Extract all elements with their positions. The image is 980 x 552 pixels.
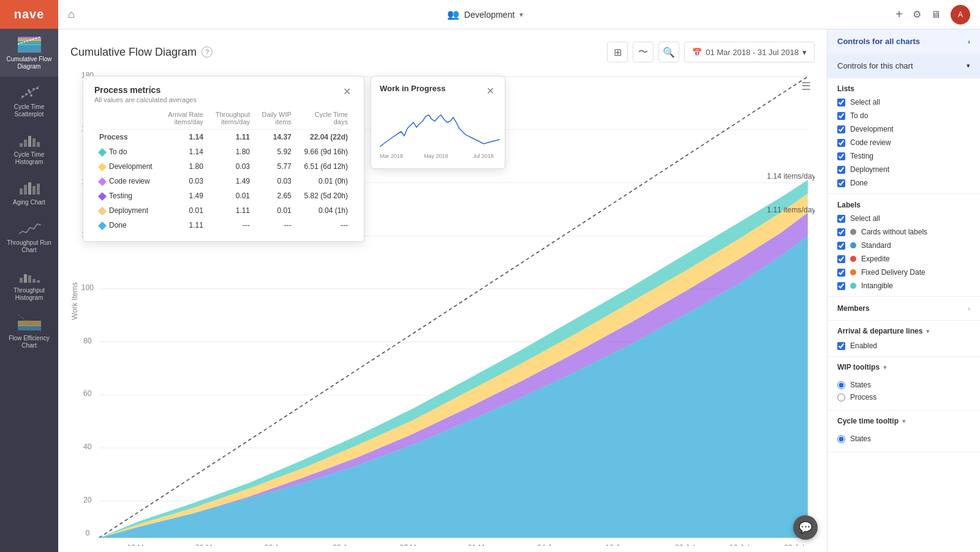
lists-select-all[interactable]: Select all xyxy=(827,95,980,109)
svg-line-12 xyxy=(20,86,40,99)
labels-select-all[interactable]: Select all xyxy=(827,212,980,225)
lists-deployment-label: Deployment xyxy=(850,165,889,174)
labels-item-intangible[interactable]: Intangible xyxy=(827,279,980,296)
wip-mini-chart: Mar 2018 May 2018 Jul 2018 xyxy=(380,98,500,159)
arrival-enabled-checkbox[interactable] xyxy=(837,342,845,350)
labels-item-standard[interactable]: Standard xyxy=(827,239,980,252)
labels-select-all-checkbox[interactable] xyxy=(837,215,845,223)
row-wip: 2.65 xyxy=(255,188,296,203)
svg-rect-21 xyxy=(32,186,36,195)
lists-testing-checkbox[interactable] xyxy=(837,152,845,160)
labels-intangible-checkbox[interactable] xyxy=(837,282,845,290)
row-throughput: 1.80 xyxy=(208,144,255,159)
table-row: Code review 0.03 1.49 0.03 0.01 (0h) xyxy=(94,174,353,188)
labels-no-labels-checkbox[interactable] xyxy=(837,228,845,236)
sidebar-label-cfd: Cumulative Flow Diagram xyxy=(3,56,55,70)
team-icon: 👥 xyxy=(447,9,459,20)
lists-cr-checkbox[interactable] xyxy=(837,139,845,147)
row-wip: 5.92 xyxy=(255,144,296,159)
chart-title-text: Cumulative Flow Diagram xyxy=(70,46,197,59)
arrival-enabled[interactable]: Enabled xyxy=(827,339,980,356)
lists-item-development[interactable]: Development xyxy=(827,122,980,136)
lists-item-deployment[interactable]: Deployment xyxy=(827,163,980,176)
home-icon[interactable]: ⌂ xyxy=(68,8,75,21)
metrics-popup-close[interactable]: ✕ xyxy=(341,85,353,97)
labels-item-fixed-delivery[interactable]: Fixed Delivery Date xyxy=(827,266,980,279)
topbar-right: + ⚙ 🖥 A xyxy=(895,5,970,24)
row-throughput: 0.03 xyxy=(208,159,255,174)
metrics-table: Arrival Rateitems/day Throughputitems/da… xyxy=(94,110,353,233)
app-logo[interactable]: nave xyxy=(0,0,58,29)
date-range-text: 01 Mar 2018 - 31 Jul 2018 xyxy=(706,48,799,57)
cycle-radio-states[interactable]: States xyxy=(837,433,970,448)
controls-this-chevron: ▾ xyxy=(967,62,970,70)
controls-all-header[interactable]: Controls for all charts › xyxy=(827,29,980,53)
labels-standard-checkbox[interactable] xyxy=(837,242,845,250)
wip-process-radio[interactable] xyxy=(837,393,845,401)
wip-states-radio[interactable] xyxy=(837,381,845,389)
wip-radio-process[interactable]: Process xyxy=(837,391,970,406)
lists-done-checkbox[interactable] xyxy=(837,179,845,187)
controls-this-header[interactable]: Controls for this chart ▾ xyxy=(827,54,980,78)
add-icon[interactable]: + xyxy=(895,7,903,21)
cycle-states-radio[interactable] xyxy=(837,435,845,443)
date-range-btn[interactable]: 📅 01 Mar 2018 - 31 Jul 2018 ▾ xyxy=(684,42,815,62)
svg-text:40: 40 xyxy=(83,442,92,451)
sidebar-item-cts[interactable]: Cycle Time Scatterplot xyxy=(0,76,58,124)
sidebar-item-cfd[interactable]: Cumulative Flow Diagram xyxy=(0,29,58,76)
labels-item-expedite[interactable]: Expedite xyxy=(827,252,980,266)
wip-radio-states[interactable]: States xyxy=(837,379,970,391)
team-chevron[interactable]: ▾ xyxy=(519,10,523,19)
sidebar-label-aging: Aging Chart xyxy=(13,199,45,206)
cycle-radio-group: States xyxy=(827,429,980,452)
cycle-time-header: Cycle time tooltip ▾ xyxy=(827,411,980,429)
wip-popup-close[interactable]: ✕ xyxy=(484,85,496,97)
line-view-btn[interactable]: 〜 xyxy=(633,42,654,62)
search-btn[interactable]: 🔍 xyxy=(658,42,679,62)
cycle-states-label: States xyxy=(850,435,871,443)
labels-label: Labels xyxy=(837,201,861,209)
lists-item-done[interactable]: Done xyxy=(827,176,980,193)
svg-rect-14 xyxy=(24,140,27,147)
sidebar-item-th[interactable]: Throughput Histogram xyxy=(0,260,58,308)
lists-item-testing[interactable]: Testing xyxy=(827,149,980,163)
members-header[interactable]: Members › xyxy=(827,297,980,320)
content-area: Cumulative Flow Diagram ? ⊞ 〜 🔍 📅 01 Mar… xyxy=(58,29,980,552)
info-icon[interactable]: ? xyxy=(202,47,213,58)
wip-popup-title: Work in Progress xyxy=(380,84,445,93)
grid-view-btn[interactable]: ⊞ xyxy=(607,42,628,62)
avatar[interactable]: A xyxy=(951,5,970,24)
team-name[interactable]: Development xyxy=(464,10,515,20)
lists-deployment-checkbox[interactable] xyxy=(837,166,845,174)
lists-item-code-review[interactable]: Code review xyxy=(827,136,980,149)
lists-todo-checkbox[interactable] xyxy=(837,112,845,120)
settings-icon[interactable]: ⚙ xyxy=(913,9,921,20)
svg-rect-20 xyxy=(28,182,31,195)
sidebar-item-fec[interactable]: Flow Efficiency Chart xyxy=(0,308,58,356)
svg-rect-0 xyxy=(18,44,41,53)
controls-this-label: Controls for this chart xyxy=(837,61,913,70)
sidebar-label-cth: Cycle Time Histogram xyxy=(3,151,55,166)
labels-expedite-label: Expedite xyxy=(861,255,890,263)
arrival-chevron: ▾ xyxy=(926,327,930,335)
row-cycletime: 6.51 (6d 12h) xyxy=(296,159,353,174)
labels-item-no-labels[interactable]: Cards without labels xyxy=(827,225,980,239)
col-throughput: Throughputitems/day xyxy=(208,110,255,130)
table-row: Development 1.80 0.03 5.77 6.51 (6d 12h) xyxy=(94,159,353,174)
sidebar-item-trc[interactable]: Throughput Run Chart xyxy=(0,212,58,260)
desktop-icon[interactable]: 🖥 xyxy=(931,9,941,20)
sidebar-item-aging[interactable]: Aging Chart xyxy=(0,172,58,212)
row-wip: 0.03 xyxy=(255,174,296,188)
lists-cr-label: Code review xyxy=(850,138,891,147)
lists-section: Lists Select all To do Development Code … xyxy=(827,78,980,194)
labels-expedite-checkbox[interactable] xyxy=(837,255,845,263)
lists-select-all-checkbox[interactable] xyxy=(837,99,845,106)
labels-fixed-delivery-checkbox[interactable] xyxy=(837,269,845,277)
row-throughput: 1.49 xyxy=(208,174,255,188)
lists-dev-checkbox[interactable] xyxy=(837,125,845,133)
lists-item-todo[interactable]: To do xyxy=(827,109,980,122)
row-cycletime: 0.01 (0h) xyxy=(296,174,353,188)
chat-button[interactable]: 💬 xyxy=(793,515,818,540)
sidebar-item-cth[interactable]: Cycle Time Histogram xyxy=(0,124,58,172)
popup-title-block: Process metrics All values are calculate… xyxy=(94,85,197,103)
